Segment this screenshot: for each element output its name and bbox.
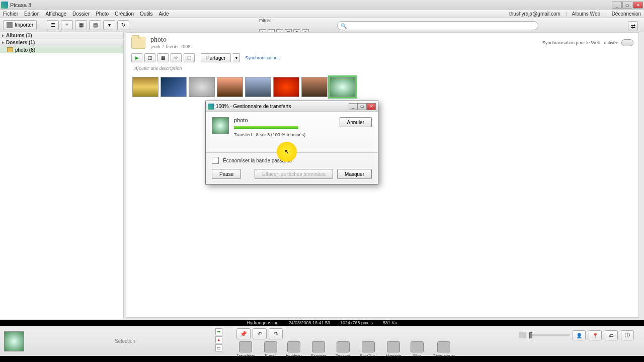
info-button[interactable]: ⓘ (621, 330, 634, 340)
e-mail-icon (264, 341, 277, 352)
expand-icon (2, 41, 4, 44)
status-datetime: 24/03/2008 16:41:53 (288, 320, 330, 325)
tray-action-services[interactable]: Services (335, 341, 351, 358)
menu-photo[interactable]: Photo (96, 11, 109, 17)
tray-action-film[interactable]: Film (411, 341, 424, 358)
menubar: Fichier Édition Affichage Dossier Photo … (0, 10, 644, 18)
actionbar-btn-3[interactable]: ☆ (171, 53, 182, 62)
logout-link[interactable]: Déconnexion (612, 11, 641, 17)
share-button[interactable]: Partager (201, 53, 231, 62)
search-icon: 🔍 (341, 23, 347, 29)
actionbar-btn-2[interactable]: ▦ (157, 53, 169, 62)
tag-people-button[interactable]: 👤 (573, 330, 586, 340)
sidebar-albums-header[interactable]: Albums (1) (0, 32, 123, 39)
tag-button[interactable]: 🏷 (605, 330, 618, 340)
view-thumbs-large-button[interactable]: ▤ (89, 20, 101, 30)
tray-action-exporter[interactable]: Exporter (311, 341, 326, 358)
imprimer-icon (287, 341, 300, 352)
maximize-button[interactable]: ▭ (622, 2, 632, 9)
folder-name: photo (150, 36, 190, 44)
import-button[interactable]: Importer (3, 20, 37, 30)
sync-link[interactable]: Synchronisation... (245, 55, 281, 60)
close-button[interactable]: ✕ (633, 2, 643, 9)
pause-button[interactable]: Pause (212, 169, 241, 179)
zoom-slider[interactable] (529, 334, 570, 336)
thumbnail[interactable] (217, 77, 243, 97)
rotate-left-button[interactable]: ↶ (253, 328, 267, 339)
dialog-close-button[interactable]: ✕ (367, 103, 376, 110)
status-filename: Hydrangeas.jpg (247, 320, 278, 325)
dialog-minimize-button[interactable]: _ (349, 103, 358, 110)
view-thumbs-small-button[interactable]: ▦ (75, 20, 87, 30)
folder-icon (7, 47, 13, 52)
geotag-button[interactable]: 📍 (589, 330, 602, 340)
tray-action-e-mail[interactable]: E-mail (264, 341, 277, 358)
exporter-icon (312, 341, 325, 352)
film-icon (411, 341, 424, 352)
thumbnail[interactable] (132, 77, 158, 97)
thumbnail[interactable] (160, 77, 187, 97)
actionbar-btn-4[interactable]: ⬚ (184, 53, 195, 62)
bandwidth-checkbox[interactable] (212, 157, 219, 164)
menu-file[interactable]: Fichier (3, 11, 18, 17)
tray-remove-button[interactable]: ● (215, 336, 222, 343)
transfer-manager-dialog: 100% - Gestionnaire de transferts _ ▭ ✕ … (205, 101, 378, 185)
share-dropdown-button[interactable]: ▼ (233, 53, 240, 62)
clear-finished-button[interactable]: Effacer les tâches terminées (255, 169, 333, 179)
content-area: photo jeudi 7 février 2008 Synchronisati… (126, 32, 639, 318)
tray-thumbnail[interactable] (4, 331, 24, 351)
dialog-maximize-button[interactable]: ▭ (358, 103, 367, 110)
minimize-button[interactable]: _ (612, 2, 622, 9)
menu-view[interactable]: Affichage (46, 11, 67, 17)
thumbnail[interactable] (189, 77, 215, 97)
status-bar: Hydrangeas.jpg 24/03/2008 16:41:53 1024x… (0, 320, 644, 326)
zoom-icon (519, 332, 526, 338)
menu-help[interactable]: Aide (159, 11, 169, 17)
sidebar: Albums (1) Dossiers (1) photo (8) (0, 32, 124, 319)
toolbar-switch-button[interactable]: ⇄ (628, 21, 638, 31)
actionbar-btn-1[interactable]: ◫ (144, 53, 155, 62)
view-dropdown-button[interactable]: ▾ (103, 20, 115, 30)
description-field[interactable]: Ajouter une description (126, 63, 638, 73)
play-slideshow-button[interactable]: ▶ (131, 53, 142, 62)
menu-edit[interactable]: Édition (24, 11, 40, 17)
menu-tools[interactable]: Outils (140, 11, 153, 17)
menu-folder[interactable]: Dossier (72, 11, 90, 17)
sidebar-folders-header[interactable]: Dossiers (1) (0, 39, 123, 46)
tray-clear-button[interactable]: ▭ (215, 344, 222, 351)
dialog-titlebar[interactable]: 100% - Gestionnaire de transferts _ ▭ ✕ (206, 101, 378, 112)
sync-toggle[interactable] (621, 39, 633, 46)
hide-button[interactable]: Masquer (337, 169, 372, 179)
thumbnail[interactable] (245, 77, 271, 97)
folder-date: jeudi 7 février 2008 (150, 44, 190, 49)
sidebar-item-photo[interactable]: photo (8) (0, 46, 123, 53)
progress-bar (234, 126, 298, 129)
tray-add-button[interactable]: ⮕ (215, 328, 222, 335)
upload-thumbnail (212, 117, 229, 134)
menu-create[interactable]: Création (115, 11, 134, 17)
blogthis!-icon (362, 341, 375, 352)
services-icon (337, 341, 350, 352)
view-flat-button[interactable]: ≡ (61, 20, 73, 30)
tray-action-géomarquer[interactable]: Géomarquer (433, 341, 455, 358)
tray-action-transférer[interactable]: Transférer (236, 341, 255, 358)
tray-action-blogthis![interactable]: BlogThis! (360, 341, 376, 358)
thumbnail[interactable] (301, 77, 328, 97)
tray-action-montage[interactable]: Montage (385, 341, 401, 358)
hold-button[interactable]: 📌 (236, 328, 251, 339)
search-input[interactable]: 🔍 (337, 21, 538, 30)
folder-icon (131, 37, 145, 49)
web-albums-link[interactable]: Albums Web (572, 11, 601, 17)
toolbar: Importer ☰ ≡ ▦ ▤ ▾ ↻ Filtres ★ ↑ ☺ ⊞ ⚑ ◐… (0, 18, 644, 32)
refresh-button[interactable]: ↻ (117, 20, 129, 30)
expand-icon (2, 34, 4, 37)
rotate-right-button[interactable]: ↷ (269, 328, 283, 339)
thumbnail[interactable] (273, 77, 299, 97)
progress-text: Transfert - 8 sur 8 (100 % terminés) (234, 132, 335, 137)
cancel-upload-button[interactable]: Annuler (340, 117, 372, 127)
view-tree-button[interactable]: ☰ (47, 20, 59, 30)
thumbnail-selected[interactable] (330, 77, 356, 97)
tray-action-imprimer[interactable]: Imprimer (286, 341, 302, 358)
transférer-icon (239, 341, 252, 352)
account-email[interactable]: thushyraja@gmail.com (509, 11, 560, 17)
